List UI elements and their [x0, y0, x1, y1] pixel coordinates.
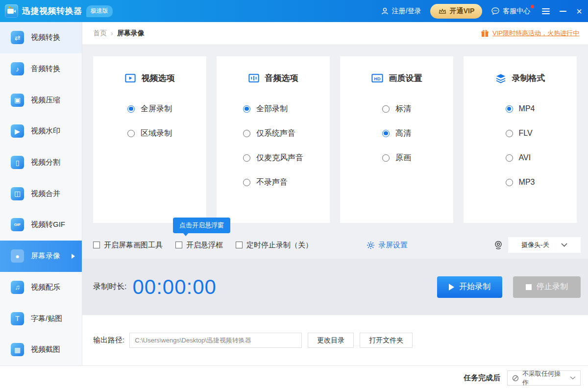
radio-label: 高清	[395, 128, 411, 139]
audio-convert-icon: ♪	[11, 62, 24, 75]
radio-label: 标清	[395, 104, 411, 114]
panel-title-label: 录制格式	[512, 73, 545, 84]
sidebar-item-video-music[interactable]: ♫ 视频配乐	[0, 272, 82, 303]
login-button[interactable]: 注册/登录	[381, 7, 421, 16]
change-directory-button[interactable]: 更改目录	[308, 333, 354, 348]
subtitle-sticker-icon: T	[11, 312, 24, 325]
checkbox-label: 开启屏幕画图工具	[104, 241, 163, 250]
radio-high-quality[interactable]: 高清	[382, 121, 411, 146]
start-record-button[interactable]: 开始录制	[437, 276, 502, 298]
webcam-icon	[493, 240, 503, 250]
support-center-button[interactable]: 客服中心	[491, 7, 530, 16]
record-settings-area: 视频选项 全屏录制 区域录制	[82, 45, 588, 259]
sidebar-item-video-split[interactable]: ▯ 视频分割	[0, 147, 82, 178]
sidebar: ⇄ 视频转换 ♪ 音频转换 ▣ 视频压缩 ▶ 视频水印 ▯ 视频分割 ◫ 视频合…	[0, 22, 82, 366]
radio-format-mp4[interactable]: MP4	[506, 97, 535, 121]
play-icon	[449, 284, 454, 291]
record-settings-label: 录屏设置	[378, 241, 408, 250]
radio-system-sound-only[interactable]: 仅系统声音	[243, 121, 303, 146]
sidebar-item-video-watermark[interactable]: ▶ 视频水印	[0, 116, 82, 147]
radio-checked-icon	[243, 105, 250, 113]
checkbox-label: 定时停止录制（关）	[246, 241, 313, 250]
hd-quality-icon: HD	[371, 73, 383, 83]
record-settings-link[interactable]: 录屏设置	[367, 241, 408, 250]
checkbox-screen-draw-tool[interactable]: 开启屏幕画图工具	[93, 241, 163, 250]
chat-bubble-icon	[491, 7, 500, 15]
radio-region-record[interactable]: 区域录制	[127, 121, 172, 146]
open-vip-button[interactable]: 开通VIP	[430, 4, 483, 19]
sidebar-item-video-compress[interactable]: ▣ 视频压缩	[0, 84, 82, 116]
breadcrumb-separator: ›	[111, 29, 113, 37]
panel-quality-settings: HD 画质设置 标清 高清	[340, 56, 453, 223]
user-icon	[381, 7, 389, 15]
sidebar-item-subtitle-sticker[interactable]: T 字幕/贴图	[0, 303, 82, 334]
sidebar-item-audio-convert[interactable]: ♪ 音频转换	[0, 53, 82, 85]
sidebar-item-label: 视频转换	[31, 33, 60, 42]
app-title: 迅捷视频转换器	[22, 5, 82, 17]
radio-no-sound[interactable]: 不录声音	[243, 170, 303, 195]
sidebar-item-label: 视频合并	[31, 189, 60, 198]
video-compress-icon: ▣	[11, 94, 24, 107]
output-path-input[interactable]	[129, 333, 302, 348]
sidebar-item-label: 视频分割	[31, 158, 60, 167]
radio-label: 全部录制	[256, 104, 288, 114]
sidebar-item-label: 视频压缩	[31, 96, 60, 105]
duration-value: 00:00:00	[132, 275, 217, 299]
gift-icon	[481, 29, 489, 38]
panel-record-format: 录制格式 MP4 FLV AVI	[464, 56, 577, 223]
sidebar-item-video-to-gif[interactable]: GIF 视频转GIF	[0, 209, 82, 241]
breadcrumb-home[interactable]: 首页	[93, 29, 107, 38]
output-section: 输出路径: 更改目录 打开文件夹	[82, 315, 588, 366]
timer-section: 录制时长: 00:00:00 开始录制 停止录制	[82, 259, 588, 315]
stop-icon	[526, 284, 532, 290]
radio-original-quality[interactable]: 原画	[382, 146, 411, 170]
video-watermark-icon: ▶	[11, 124, 24, 138]
stop-record-label: 停止录制	[537, 282, 568, 292]
radio-full-screen-record[interactable]: 全屏录制	[127, 97, 172, 121]
stop-record-button[interactable]: 停止录制	[513, 276, 581, 298]
radio-unchecked-icon	[243, 154, 250, 162]
gear-icon	[367, 241, 375, 249]
checkbox-floating-frame[interactable]: 开启悬浮框	[175, 241, 223, 250]
radio-label: 区域录制	[141, 128, 172, 139]
sidebar-item-video-convert[interactable]: ⇄ 视频转换	[0, 22, 82, 53]
open-folder-button[interactable]: 打开文件夹	[360, 333, 413, 348]
checkbox-unchecked-icon	[236, 242, 243, 248]
crown-icon	[438, 7, 447, 15]
chevron-down-icon	[570, 376, 576, 380]
radio-record-all-audio[interactable]: 全部录制	[243, 97, 303, 121]
sidebar-item-screen-record[interactable]: ● 屏幕录像	[0, 241, 82, 272]
vip-promo-link[interactable]: VIP限时特惠活动，火热进行中	[481, 29, 579, 38]
menu-icon[interactable]	[542, 8, 550, 14]
checkbox-label: 开启悬浮框	[186, 241, 223, 250]
start-record-label: 开始录制	[459, 282, 490, 292]
radio-unchecked-icon	[243, 179, 250, 186]
sidebar-item-video-snapshot[interactable]: ▦ 视频截图	[0, 334, 82, 366]
video-split-icon: ▯	[11, 156, 24, 169]
radio-format-flv[interactable]: FLV	[506, 121, 535, 146]
after-task-select[interactable]: 不采取任何操作	[507, 370, 581, 386]
radio-unchecked-icon	[382, 105, 390, 113]
camera-select[interactable]: 摄像头-关	[508, 237, 581, 253]
speed-edition-badge: 极速版	[86, 5, 113, 17]
minimize-button[interactable]	[560, 11, 566, 12]
panel-audio-options: 音频选项 全部录制 仅系统声音 仅麦克风声音	[217, 56, 330, 223]
panel-title-label: 画质设置	[389, 73, 422, 84]
radio-label: 仅系统声音	[256, 128, 295, 139]
sidebar-item-video-merge[interactable]: ◫ 视频合并	[0, 178, 82, 209]
panel-video-options: 视频选项 全屏录制 区域录制	[93, 56, 206, 223]
radio-format-avi[interactable]: AVI	[506, 146, 535, 170]
video-options-icon	[125, 73, 136, 83]
camera-select-value: 摄像头-关	[521, 241, 549, 249]
svg-text:HD: HD	[374, 76, 381, 81]
video-merge-icon: ◫	[11, 187, 24, 200]
radio-unchecked-icon	[506, 179, 513, 186]
radio-standard-quality[interactable]: 标清	[382, 97, 411, 121]
video-to-gif-icon: GIF	[11, 218, 24, 231]
checkbox-timed-stop[interactable]: 定时停止录制（关）	[236, 241, 313, 250]
close-button[interactable]: ×	[576, 8, 582, 15]
radio-checked-icon	[127, 105, 135, 113]
radio-format-mp3[interactable]: MP3	[506, 170, 535, 195]
radio-mic-sound-only[interactable]: 仅麦克风声音	[243, 146, 303, 170]
radio-label: 原画	[395, 153, 411, 163]
